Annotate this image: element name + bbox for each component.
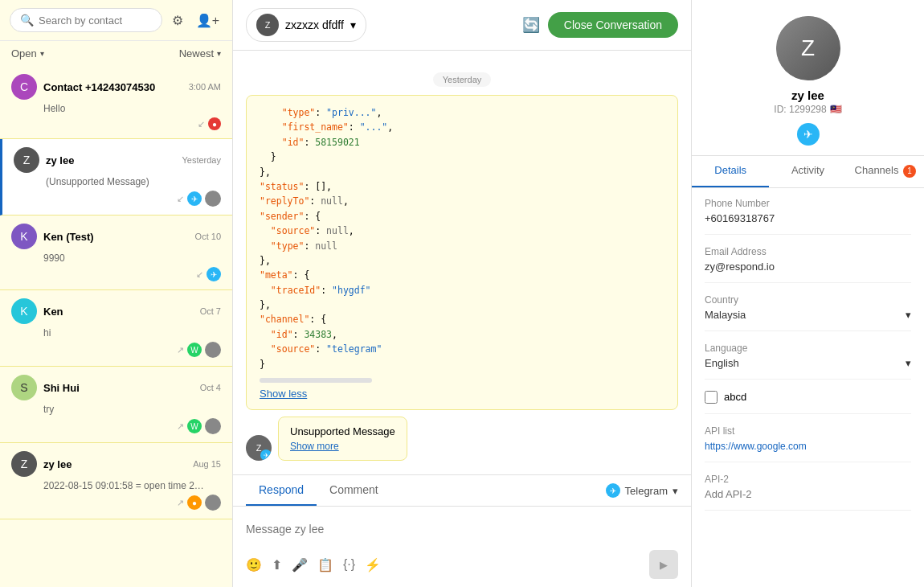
contact-dropdown[interactable]: Z zxzxzx dfdff ▾ [246,8,366,42]
send-icon: ▶ [660,559,668,571]
unsupported-text: Unsupported Message [290,425,395,437]
contact-time: Aug 15 [193,459,221,469]
channel-label: Telegram [625,485,668,497]
profile-avatar: Z [776,16,840,80]
audio-button[interactable]: 🎤 [292,557,308,573]
right-panel: Z zy lee ID: 1299298 🇲🇾 ✈ Details Activi… [691,0,924,587]
send-icon: ↗ [177,421,184,432]
contact-name: Ken [43,306,194,318]
avatar: K [11,224,37,249]
filter-open[interactable]: Open [11,47,44,60]
avatar: K [11,298,37,324]
language-row: Language English ▾ [705,343,911,380]
chat-toolbar: 🙂 ⬆ 🎤 📋 {·} ⚡ ▶ [246,544,678,579]
filter-newest[interactable]: Newest [179,47,221,60]
filter-icon-button[interactable]: ⚙ [169,10,186,31]
api2-input[interactable] [705,488,911,500]
checkbox-row: abcd [705,391,911,414]
contact-name: zy lee [43,458,186,470]
contact-preview: try [43,404,204,415]
list-item[interactable]: Z zy lee Aug 15 2022-08-15 09:01:58 = op… [0,443,232,519]
show-less-button[interactable]: Show less [260,388,307,400]
sidebar-search-bar: 🔍 ⚙ 👤+ [0,0,232,41]
template-button[interactable]: 📋 [317,557,333,573]
read-icon: ↙ [198,119,205,129]
language-chevron-icon: ▾ [906,357,911,369]
profile-section: Z zy lee ID: 1299298 🇲🇾 ✈ [692,0,924,156]
list-item[interactable]: K Ken (Test) Oct 10 9990 ↙ ✈ [0,216,232,290]
emoji-button[interactable]: 🙂 [246,557,262,573]
header-actions: 🔄 Close Conversation [522,12,678,38]
tab-comment[interactable]: Comment [317,475,391,506]
tab-channels[interactable]: Channels 1 [847,156,924,187]
avatar: C [11,74,37,100]
list-item[interactable]: C Contact +14243074530 3:00 AM Hello ↙ ● [0,66,232,139]
scroll-indicator [260,378,372,383]
api-list-link[interactable]: https://www.google.com [705,441,807,452]
abcd-checkbox[interactable] [705,391,718,404]
avatar-small [205,191,221,207]
contact-preview: 2022-08-15 09:01:58 = open time 2022-08-… [43,480,204,491]
attachment-button[interactable]: ⬆ [272,557,282,573]
telegram-channel-selector-icon: ✈ [606,483,620,498]
send-icon: ↗ [177,345,184,355]
api2-row: API-2 [705,474,911,511]
country-value: Malaysia [705,309,746,321]
sidebar: 🔍 ⚙ 👤+ Open Newest C Contact +1424307453… [0,0,233,587]
api2-label: API-2 [705,474,911,485]
language-value: English [705,357,739,369]
show-more-button[interactable]: Show more [290,441,339,452]
api-list-row: API list https://www.google.com [705,425,911,462]
flag-icon: 🇲🇾 [830,104,842,115]
profile-tabs: Details Activity Channels 1 [692,156,924,188]
email-row: Email Address zy@respond.io [705,246,911,283]
language-label: Language [705,343,911,354]
language-select[interactable]: English ▾ [705,357,911,369]
avatar: Z [11,451,37,477]
avatar-small [205,342,221,358]
detail-section: Phone Number +60169318767 Email Address … [692,188,924,532]
profile-name: zy lee [705,88,911,102]
channels-badge: 1 [903,165,916,178]
tab-details[interactable]: Details [692,156,769,187]
json-message-bubble: "type": "priv...", "first_name": "...", … [246,95,678,410]
search-icon: 🔍 [20,14,34,27]
message-input[interactable] [246,515,678,544]
email-value: zy@respond.io [705,261,911,273]
message-avatar: Z ✈ [246,435,272,461]
tab-respond[interactable]: Respond [246,475,317,506]
dropdown-avatar: Z [256,14,279,36]
chat-input-area: Respond Comment ✈ Telegram ▾ 🙂 ⬆ 🎤 📋 {·}… [233,474,691,587]
phone-row: Phone Number +60169318767 [705,198,911,235]
sync-button[interactable]: 🔄 [522,16,540,34]
contact-name: Ken (Test) [43,231,189,243]
send-button[interactable]: ▶ [649,550,678,579]
contact-name: zy lee [46,154,175,166]
main-chat: Z zxzxzx dfdff ▾ 🔄 Close Conversation Ye… [233,0,691,587]
contact-time: 3:00 AM [189,82,221,92]
contact-preview: 9990 [43,252,204,264]
ai-button[interactable]: ⚡ [365,557,381,573]
phone-value: +60169318767 [705,212,911,224]
search-box[interactable]: 🔍 [10,8,162,32]
dropdown-contact-name: zxzxzx dfdff [285,18,344,31]
list-item[interactable]: K Ken Oct 7 hi ↗ W [0,290,232,367]
contact-list: C Contact +14243074530 3:00 AM Hello ↙ ●… [0,66,232,587]
whatsapp-channel-icon: W [187,419,202,433]
list-item[interactable]: S Shi Hui Oct 4 try ↗ W [0,367,232,443]
country-select[interactable]: Malaysia ▾ [705,309,911,321]
variable-button[interactable]: {·} [343,557,355,572]
contact-preview: hi [43,327,204,339]
avatar-small [205,418,221,434]
search-input[interactable] [39,14,152,27]
list-item[interactable]: Z zy lee Yesterday (Unsupported Message)… [0,139,232,216]
add-contact-button[interactable]: 👤+ [193,10,223,31]
channel-selector[interactable]: ✈ Telegram ▾ [606,475,678,506]
chat-input: 🙂 ⬆ 🎤 📋 {·} ⚡ ▶ [233,507,691,587]
date-divider: Yesterday [246,73,678,85]
unsupported-message-row: Z ✈ Unsupported Message Show more [246,417,678,461]
close-conversation-button[interactable]: Close Conversation [548,12,678,38]
tab-activity[interactable]: Activity [769,156,846,187]
checkbox-label: abcd [724,391,746,403]
telegram-channel-icon: ✈ [206,267,221,281]
